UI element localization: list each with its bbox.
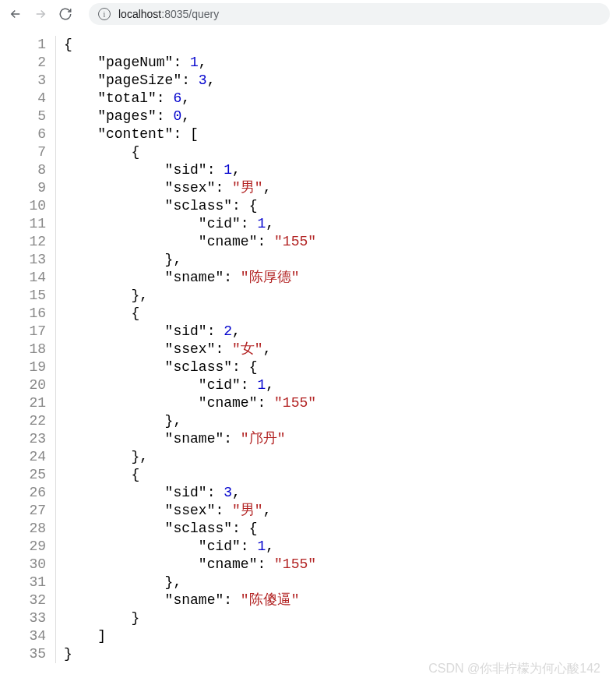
line-number: 32 (0, 591, 46, 609)
line-number: 14 (0, 269, 46, 287)
line-number: 35 (0, 645, 46, 663)
line-number: 26 (0, 484, 46, 502)
code-line: "ssex": "女", (64, 341, 616, 358)
code-line: "cname": "155" (64, 556, 616, 574)
url-path: /query (188, 8, 219, 20)
code-line: } (64, 609, 616, 627)
line-number: 3 (0, 72, 46, 90)
code-line: "cid": 1, (64, 538, 616, 556)
line-number: 34 (0, 627, 46, 645)
line-number: 27 (0, 502, 46, 520)
code-line: }, (64, 574, 616, 591)
code-line: { (64, 143, 616, 161)
line-number: 17 (0, 323, 46, 341)
line-number: 2 (0, 54, 46, 72)
json-viewer: 1234567891011121314151617181920212223242… (0, 28, 616, 663)
code-line: { (64, 36, 616, 54)
code-line: "cid": 1, (64, 376, 616, 394)
line-number: 25 (0, 466, 46, 484)
code-line: "cid": 1, (64, 215, 616, 233)
json-code-body: { "pageNum": 1, "pageSize": 3, "total": … (56, 36, 616, 663)
line-number: 18 (0, 341, 46, 358)
code-line: "content": [ (64, 125, 616, 143)
url-text: localhost:8035/query (118, 8, 219, 20)
line-number: 31 (0, 574, 46, 591)
url-port: :8035 (161, 8, 188, 20)
code-line: "sname": "邝丹" (64, 430, 616, 448)
code-line: "sclass": { (64, 358, 616, 376)
line-number: 33 (0, 609, 46, 627)
code-line: ] (64, 627, 616, 645)
line-number: 7 (0, 143, 46, 161)
browser-toolbar: i localhost:8035/query (0, 0, 616, 28)
code-line: "ssex": "男", (64, 179, 616, 197)
back-button[interactable] (6, 5, 25, 23)
line-number: 22 (0, 412, 46, 430)
code-line: "sname": "陈傻逼" (64, 591, 616, 609)
code-line: "sname": "陈厚德" (64, 269, 616, 287)
code-line: }, (64, 448, 616, 466)
line-number: 1 (0, 36, 46, 54)
line-number: 16 (0, 305, 46, 323)
code-line: "ssex": "男", (64, 502, 616, 520)
line-number: 6 (0, 125, 46, 143)
code-line: "cname": "155" (64, 394, 616, 412)
forward-button (31, 5, 50, 23)
line-number: 20 (0, 376, 46, 394)
code-line: "total": 6, (64, 90, 616, 108)
line-number: 30 (0, 556, 46, 574)
line-number: 21 (0, 394, 46, 412)
code-line: "sclass": { (64, 197, 616, 215)
code-line: { (64, 305, 616, 323)
code-line: "sid": 3, (64, 484, 616, 502)
address-bar[interactable]: i localhost:8035/query (89, 3, 610, 25)
reload-button[interactable] (56, 5, 75, 23)
code-line: "pageNum": 1, (64, 54, 616, 72)
code-line: "pages": 0, (64, 108, 616, 125)
line-number: 10 (0, 197, 46, 215)
line-number: 24 (0, 448, 46, 466)
site-info-icon[interactable]: i (98, 8, 111, 20)
line-number: 13 (0, 251, 46, 269)
code-line: }, (64, 251, 616, 269)
url-host: localhost (118, 8, 161, 20)
line-number: 15 (0, 287, 46, 305)
line-number: 11 (0, 215, 46, 233)
line-number: 29 (0, 538, 46, 556)
page-content: 1234567891011121314151617181920212223242… (0, 28, 616, 685)
line-number-gutter: 1234567891011121314151617181920212223242… (0, 36, 56, 663)
code-line: { (64, 466, 616, 484)
line-number: 23 (0, 430, 46, 448)
line-number: 5 (0, 108, 46, 125)
code-line: "sid": 1, (64, 161, 616, 179)
code-line: "sclass": { (64, 520, 616, 538)
line-number: 28 (0, 520, 46, 538)
line-number: 9 (0, 179, 46, 197)
code-line: }, (64, 412, 616, 430)
code-line: }, (64, 287, 616, 305)
line-number: 19 (0, 358, 46, 376)
line-number: 12 (0, 233, 46, 251)
code-line: "cname": "155" (64, 233, 616, 251)
watermark-text: CSDN @你非柠檬为何心酸142 (428, 661, 600, 677)
line-number: 4 (0, 90, 46, 108)
code-line: "pageSize": 3, (64, 72, 616, 90)
code-line: "sid": 2, (64, 323, 616, 341)
line-number: 8 (0, 161, 46, 179)
